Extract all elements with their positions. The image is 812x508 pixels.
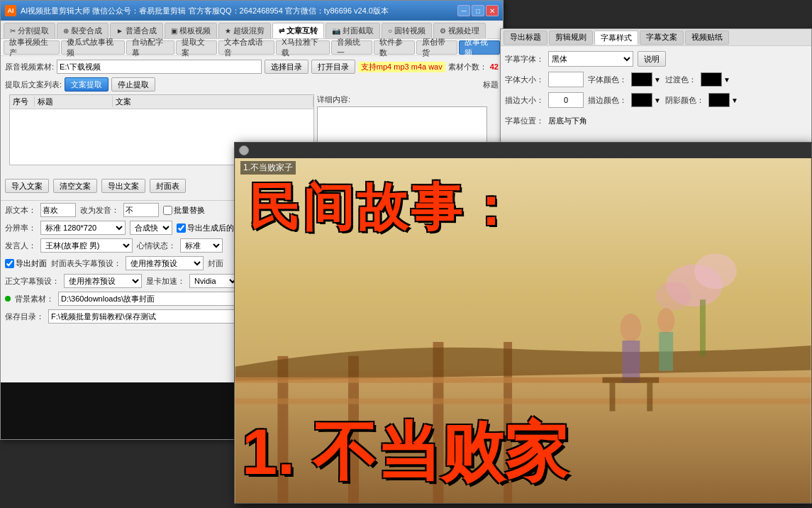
cover-preview-select[interactable]: 使用推荐预设 bbox=[126, 256, 204, 270]
sub-tab-original-goods[interactable]: 原创带货 bbox=[416, 40, 457, 55]
extract-button[interactable]: 文案提取 bbox=[65, 77, 109, 92]
speed-select[interactable]: 合成快 bbox=[130, 221, 172, 235]
stroke-size-label: 描边大小： bbox=[505, 95, 544, 106]
window-controls: ─ □ ✕ bbox=[457, 5, 499, 16]
subtitle-preset-select[interactable]: 使用推荐预设 bbox=[64, 274, 142, 288]
sub-tab-params[interactable]: 软件参数 bbox=[374, 40, 415, 55]
export-text-button[interactable]: 导出文案 bbox=[101, 179, 145, 193]
shadow-dropdown-arrow[interactable]: ▼ bbox=[731, 96, 738, 104]
col-header-title: 标题 bbox=[35, 96, 113, 107]
compose-icon: ► bbox=[116, 27, 123, 35]
explain-button[interactable]: 说明 bbox=[638, 51, 666, 67]
sub-tab-easy-story[interactable]: 傻瓜式故事视频 bbox=[61, 40, 125, 55]
col-header-num: 序号 bbox=[10, 96, 35, 107]
video-secondary-title: 1. 不当败家 bbox=[242, 409, 568, 496]
replace-to-label: 改为发音： bbox=[80, 205, 119, 216]
detail-label: 详细内容: bbox=[317, 94, 494, 105]
sub-tab-auto-subtitle[interactable]: 自动配字幕 bbox=[126, 40, 175, 55]
resolution-select[interactable]: 标准 1280*720 bbox=[40, 221, 126, 235]
speaker-label: 发言人： bbox=[5, 241, 36, 251]
shadow-color-label: 阴影颜色： bbox=[665, 95, 704, 106]
shadow-color-box[interactable] bbox=[708, 93, 730, 107]
svg-rect-17 bbox=[609, 383, 615, 412]
stroke-dropdown-arrow[interactable]: ▼ bbox=[654, 96, 661, 104]
rp-tab-video-sticker[interactable]: 视频贴纸 bbox=[685, 31, 729, 45]
bg-material-label: 背景素材： bbox=[15, 294, 54, 304]
position-row: 字幕位置： 居底与下角 bbox=[505, 112, 807, 129]
mood-select[interactable]: 标准 bbox=[180, 238, 223, 253]
font-color-box[interactable] bbox=[631, 72, 652, 87]
stroke-size-input[interactable] bbox=[548, 92, 584, 108]
title-bar-left: AI AI视频批量剪辑大师 微信公众号：睿易批量剪辑 官方客服QQ：264246… bbox=[5, 5, 389, 16]
export-after-checkbox-label: 导出生成后的 bbox=[177, 223, 234, 233]
original-text-input[interactable] bbox=[40, 203, 76, 217]
cover-title-preview-label: 封面表头字幕预设： bbox=[51, 258, 121, 269]
extract-row: 提取后文案列表: 文案提取 停止提取 标题 bbox=[5, 77, 499, 92]
mix-icon: ★ bbox=[225, 27, 231, 35]
color-label: 字体颜色： bbox=[588, 74, 627, 85]
template-icon: ▣ bbox=[171, 27, 177, 35]
export-cover-checkbox[interactable] bbox=[5, 259, 14, 268]
video-title-bar bbox=[235, 143, 811, 158]
font-row: 字幕字体： 黑体 说明 bbox=[505, 50, 807, 67]
maximize-button[interactable]: □ bbox=[472, 5, 484, 16]
save-dir-label: 保存目录： bbox=[5, 311, 44, 322]
video-preview-window: 1.不当败家子 民间故事： 1. 不当败家 bbox=[234, 142, 812, 504]
rp-tab-edit-rules[interactable]: 剪辑规则 bbox=[549, 31, 593, 45]
svg-rect-16 bbox=[603, 377, 660, 383]
original-text-label: 原文本： bbox=[5, 205, 36, 216]
batch-replace-checkbox[interactable] bbox=[163, 206, 172, 215]
app-icon: AI bbox=[5, 5, 16, 16]
gradient-label: 过渡色： bbox=[665, 74, 696, 85]
gpu-select[interactable]: Nvidia bbox=[189, 274, 239, 288]
sub-tab-story-video[interactable]: 故事视频 bbox=[459, 40, 500, 55]
fission-icon: ⊕ bbox=[63, 27, 69, 35]
sub-tab-ximalaya[interactable]: X马拉雅下载 bbox=[276, 40, 330, 55]
svg-rect-18 bbox=[647, 383, 652, 412]
font-label: 字幕字体： bbox=[505, 54, 544, 65]
import-text-button[interactable]: 导入文案 bbox=[5, 179, 49, 193]
sub-tab-extract-text[interactable]: 提取文案 bbox=[176, 40, 217, 55]
sub-tab-story-produce[interactable]: 故事视频生产 bbox=[4, 40, 60, 55]
batch-replace-checkbox-label: 批量替换 bbox=[163, 205, 205, 216]
cover-label: 封面 bbox=[208, 258, 223, 269]
extract-list-label: 提取后文案列表: bbox=[5, 79, 62, 90]
svg-point-12 bbox=[620, 314, 641, 342]
col-header-content: 文案 bbox=[113, 96, 313, 107]
rp-tab-export-title[interactable]: 导出标题 bbox=[504, 31, 547, 45]
position-label: 字幕位置： bbox=[505, 116, 544, 126]
font-select[interactable]: 黑体 bbox=[548, 51, 633, 67]
open-dir-button[interactable]: 打开目录 bbox=[311, 60, 355, 74]
svg-rect-11 bbox=[700, 299, 706, 356]
gradient-color-box[interactable] bbox=[701, 72, 722, 87]
minimize-button[interactable]: ─ bbox=[457, 5, 470, 16]
support-format-text: 支持mp4 mp3 m4a wav bbox=[358, 62, 445, 72]
sub-tab-tts[interactable]: 文本合成语音 bbox=[218, 40, 274, 55]
close-button[interactable]: ✕ bbox=[486, 5, 499, 16]
svg-point-9 bbox=[694, 253, 737, 289]
speaker-select[interactable]: 王林(故事腔 男) bbox=[40, 238, 133, 253]
sub-tab-audio-unify[interactable]: 音频统一 bbox=[331, 40, 372, 55]
video-small-title: 1.不当败家子 bbox=[240, 161, 296, 175]
dropdown-arrow[interactable]: ▼ bbox=[654, 76, 661, 84]
svg-rect-7 bbox=[235, 399, 811, 404]
count-label: 素材个数： bbox=[448, 62, 487, 72]
clear-text-button[interactable]: 清空文案 bbox=[53, 179, 97, 193]
subtitle-preset-label: 正文字幕预设： bbox=[5, 276, 60, 287]
rp-tab-subtitle-text[interactable]: 字幕文案 bbox=[640, 31, 684, 45]
video-content: 1.不当败家子 民间故事： 1. 不当败家 bbox=[235, 158, 811, 503]
stop-extract-button[interactable]: 停止提取 bbox=[111, 77, 155, 92]
gradient-dropdown-arrow[interactable]: ▼ bbox=[723, 76, 730, 84]
size-input[interactable] bbox=[548, 72, 584, 87]
source-video-input[interactable] bbox=[57, 60, 262, 74]
rp-tab-subtitle-style[interactable]: 字幕样式 bbox=[594, 31, 638, 45]
export-after-checkbox[interactable] bbox=[177, 223, 186, 233]
title-label: 标题 bbox=[483, 79, 499, 90]
replace-value-input[interactable] bbox=[123, 203, 159, 217]
select-dir-button[interactable]: 选择目录 bbox=[265, 60, 308, 74]
video-window-btn[interactable] bbox=[239, 145, 249, 155]
stroke-color-box[interactable] bbox=[631, 93, 652, 107]
svg-point-14 bbox=[657, 308, 674, 333]
mood-label: 心情状态： bbox=[137, 241, 176, 251]
cover-table-button[interactable]: 封面表 bbox=[150, 179, 186, 193]
